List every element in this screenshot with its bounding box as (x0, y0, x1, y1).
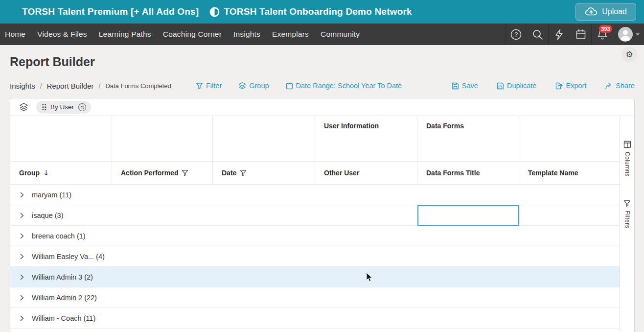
save-button[interactable]: Save (452, 82, 478, 90)
account-menu-button[interactable] (613, 24, 644, 45)
group-chip-by-user[interactable]: By User (36, 101, 91, 114)
column-header-action-performed[interactable]: Action Performed (112, 162, 213, 184)
top-bar-titles: TORSH Talent Premium [+ All Add Ons] TOR… (0, 6, 412, 17)
table-row[interactable]: maryam (11) (10, 185, 620, 205)
group-by-icon[interactable] (19, 102, 28, 112)
group-header-spacer (519, 116, 620, 161)
group-button[interactable]: Group (238, 82, 269, 90)
group-header-spacer (112, 116, 213, 161)
date-range-button[interactable]: Date Range: School Year To Date (286, 82, 402, 90)
filter-button[interactable]: Filter (196, 82, 222, 90)
column-header-group[interactable]: Group ↓ (10, 162, 112, 184)
export-button[interactable]: Export (555, 82, 586, 90)
calendar-icon (575, 29, 586, 40)
breadcrumb-report-builder[interactable]: Report Builder (47, 82, 94, 90)
avatar (618, 27, 633, 42)
group-header-user-information: User Information (315, 116, 417, 161)
nav-items: Home Videos & Files Learning Paths Coach… (0, 24, 360, 45)
expand-chevron-icon[interactable] (19, 233, 25, 239)
help-button[interactable]: ? (505, 24, 527, 45)
tab-filters[interactable]: Filters (623, 200, 631, 228)
group-row-label: William Admin 2 (22) (32, 294, 97, 302)
lightning-icon (554, 29, 564, 40)
table-row[interactable]: William Admin 2 (22) (10, 287, 620, 308)
share-icon (605, 82, 613, 90)
save-icon (452, 82, 459, 90)
column-filter-icon[interactable] (182, 169, 188, 176)
table-row[interactable]: William - Coach (11) (10, 308, 620, 329)
nav-item-learning-paths[interactable]: Learning Paths (99, 30, 151, 39)
nav-item-community[interactable]: Community (321, 30, 360, 39)
report-file-actions: Save Duplicate Export (452, 82, 635, 90)
grouping-toolbar: By User (10, 98, 634, 116)
breadcrumb-insights[interactable]: Insights (10, 82, 35, 90)
table-row[interactable]: William Easley Va... (4) (10, 246, 620, 267)
expand-chevron-icon[interactable] (19, 315, 25, 321)
group-row-label: isaque (3) (32, 212, 63, 219)
notifications-button[interactable]: 393 (591, 24, 613, 45)
svg-text:?: ? (514, 31, 518, 38)
side-panel-tabs: Columns Filters (620, 116, 634, 332)
breadcrumb-separator: / (98, 82, 100, 90)
column-header-data-forms-title[interactable]: Data Forms Title (417, 162, 519, 184)
group-row-label: maryam (11) (32, 191, 71, 199)
gear-icon: ⚙ (625, 49, 633, 59)
expand-chevron-icon[interactable] (19, 274, 25, 280)
group-header-data-forms: Data Forms (417, 116, 519, 161)
breadcrumb-current: Data Forms Completed (105, 82, 171, 90)
table-row[interactable]: isaque (3) (10, 205, 620, 226)
search-button[interactable] (527, 24, 548, 45)
breadcrumb: Insights / Report Builder / Data Forms C… (10, 82, 171, 90)
group-row-label: William - Coach (11) (32, 314, 95, 322)
column-filter-icon[interactable] (240, 169, 247, 176)
share-button[interactable]: Share (605, 82, 635, 90)
main-nav: Home Videos & Files Learning Paths Coach… (0, 24, 644, 45)
filter-icon (196, 82, 203, 90)
group-row-label: William Admin 3 (2) (32, 273, 93, 281)
calendar-icon (286, 82, 293, 90)
expand-chevron-icon[interactable] (19, 254, 25, 260)
help-icon: ? (510, 29, 522, 40)
network-title: TORSH Talent Onboarding Demo Network (224, 6, 412, 17)
nav-item-coaching-corner[interactable]: Coaching Corner (163, 30, 222, 39)
chip-close-icon[interactable] (78, 103, 87, 112)
group-row-label: breena coach (1) (32, 232, 86, 240)
calendar-button[interactable] (570, 24, 591, 45)
report-card: By User User Information Data Forms Grou… (10, 98, 635, 332)
upload-label: Upload (602, 7, 627, 16)
nav-item-videos-files[interactable]: Videos & Files (37, 30, 87, 39)
page-title: Report Builder (10, 55, 95, 69)
expand-chevron-icon[interactable] (19, 192, 25, 198)
nav-item-insights[interactable]: Insights (233, 30, 260, 39)
column-header-date[interactable]: Date (213, 162, 315, 184)
breadcrumb-action-row: Insights / Report Builder / Data Forms C… (0, 82, 644, 94)
column-header-row: Group ↓ Action Performed Date (10, 162, 620, 185)
notification-count-badge: 393 (599, 25, 612, 33)
column-header-template-name[interactable]: Template Name (519, 162, 620, 184)
nav-icon-group: ? (505, 24, 644, 45)
sort-descending-icon[interactable]: ↓ (43, 168, 49, 177)
cloud-upload-icon (585, 7, 598, 17)
nav-item-home[interactable]: Home (5, 30, 25, 39)
tab-columns[interactable]: Columns (623, 141, 631, 177)
nav-item-exemplars[interactable]: Exemplars (272, 30, 309, 39)
duplicate-button[interactable]: Duplicate (497, 82, 536, 90)
column-group-header-row: User Information Data Forms (10, 116, 620, 162)
report-table: User Information Data Forms Group ↓ Acti… (10, 116, 620, 332)
drag-handle-icon (42, 104, 46, 111)
report-config-actions: Filter Group Date Range: School Year To … (196, 82, 402, 90)
group-row-label: William Easley Va... (4) (32, 253, 105, 261)
table-row[interactable]: William Admin 3 (2) (10, 267, 620, 287)
expand-chevron-icon[interactable] (19, 213, 25, 218)
layers-icon (238, 82, 246, 90)
export-icon (555, 82, 563, 90)
settings-button[interactable]: ⚙ (621, 47, 637, 62)
brand: TORSH Talent Onboarding Demo Network (209, 6, 412, 17)
column-header-other-user[interactable]: Other User (315, 162, 417, 184)
quick-actions-button[interactable] (548, 24, 570, 45)
expand-chevron-icon[interactable] (19, 295, 25, 301)
selected-cell[interactable] (417, 205, 519, 226)
duplicate-icon (497, 82, 504, 90)
table-row[interactable]: breena coach (1) (10, 226, 620, 246)
upload-button[interactable]: Upload (575, 3, 636, 21)
